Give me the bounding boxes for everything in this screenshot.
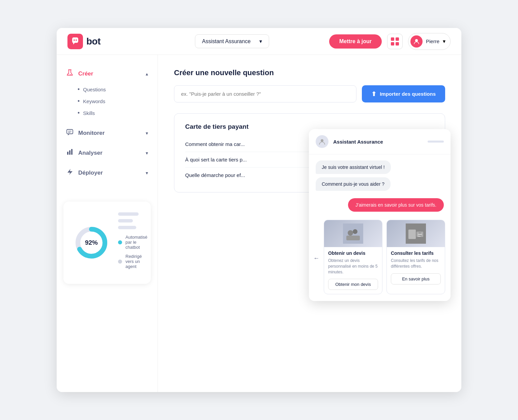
skeleton-lines <box>118 212 147 229</box>
svg-point-4 <box>69 73 69 74</box>
sidebar-section-analyser: Analyser ▾ <box>57 144 157 161</box>
sidebar-item-monitorer[interactable]: Monitorer ▾ <box>57 124 157 142</box>
sidebar-item-questions[interactable]: Questions <box>78 84 157 95</box>
legend-dot-agent <box>118 260 122 264</box>
header: bot Assistant Assurance ▾ Mettre à jour <box>57 28 461 55</box>
chat-body: Je suis votre assistant virtuel ! Commen… <box>309 154 451 212</box>
sidebar-subitem-label: Skills <box>83 110 95 116</box>
bolt-icon <box>66 168 74 177</box>
import-button[interactable]: ⬆ Importer des questions <box>362 85 445 102</box>
chat-bubble-text: Comment puis-je vous aider ? <box>316 177 391 191</box>
sidebar-label-creer: Créer <box>78 70 93 77</box>
chat-card-btn-1[interactable]: Obtenir mon devis <box>328 279 378 290</box>
svg-point-3 <box>415 39 418 42</box>
svg-rect-6 <box>67 129 73 134</box>
chat-avatar <box>316 135 328 148</box>
assistant-dropdown-label: Assistant Assurance <box>202 38 251 44</box>
sidebar-item-skills[interactable]: Skills <box>78 107 157 119</box>
chat-bubble-2: Comment puis-je vous aider ? <box>316 177 444 194</box>
sidebar-label-deployer: Déployer <box>78 170 103 176</box>
chat-card-desc: Obtenez un devis personnalisé en moins d… <box>328 258 378 275</box>
chat-card-body: Consulter les tarifs Consultez les tarif… <box>387 247 445 289</box>
chat-card-title: Consulter les tarifs <box>391 250 441 256</box>
import-button-label: Importer des questions <box>380 91 436 97</box>
chat-card-body: Obtenir un devis Obtenez un devis person… <box>324 247 382 294</box>
main-content: Créer une nouvelle question ⬆ Importer d… <box>158 55 461 392</box>
sidebar-subitem-label: Keywords <box>83 98 105 104</box>
chevron-down-icon: ▾ <box>146 130 148 136</box>
chat-card-btn-2[interactable]: En savoir plus <box>391 273 441 284</box>
flask-icon <box>66 69 74 78</box>
svg-point-2 <box>76 39 77 41</box>
chat-card-desc: Consultez les tarifs de nos différentes … <box>391 258 441 269</box>
svg-point-16 <box>348 230 353 236</box>
chat-card-title: Obtenir un devis <box>328 250 378 256</box>
svg-point-17 <box>353 229 357 234</box>
skeleton-line <box>118 212 139 216</box>
sidebar-item-keywords[interactable]: Keywords <box>78 95 157 107</box>
update-button[interactable]: Mettre à jour <box>329 34 382 49</box>
chat-bubble-1: Je suis votre assistant virtuel ! <box>316 160 444 177</box>
sidebar-header-left: Créer <box>66 69 93 78</box>
chat-user-bubble: J'aimerais en savoir plus sur vos tarifs… <box>316 198 444 212</box>
chevron-down-icon: ▾ <box>259 38 262 44</box>
legend-label-automated: Automatisé par le chatbot <box>125 235 147 250</box>
sidebar-label-analyser: Analyser <box>78 150 103 156</box>
chat-card-1: Obtenir un devis Obtenez un devis person… <box>324 220 382 294</box>
sidebar-header-left: Déployer <box>66 168 103 177</box>
chat-icon <box>66 128 74 138</box>
chevron-down-icon: ▾ <box>146 170 148 176</box>
svg-point-5 <box>70 74 71 75</box>
chat-header-line <box>428 141 444 143</box>
svg-rect-15 <box>343 223 363 244</box>
chat-cards: Obtenir un devis Obtenez un devis person… <box>321 216 448 301</box>
legend-item-automated: Automatisé par le chatbot <box>118 235 147 250</box>
logo-text: bot <box>86 36 100 47</box>
sidebar-subitem-label: Questions <box>83 87 106 92</box>
header-right: Mettre à jour Pierre ▾ <box>329 33 451 50</box>
chat-bubble-text: Je suis votre assistant virtuel ! <box>316 160 391 174</box>
sidebar-section-creer: Créer ▴ Questions Keywords Skills <box>57 65 157 122</box>
sidebar-item-analyser[interactable]: Analyser ▾ <box>57 144 157 161</box>
chevron-up-icon: ▴ <box>146 71 148 77</box>
chat-header-title: Assistant Assurance <box>333 139 423 145</box>
sidebar-item-creer[interactable]: Créer ▴ <box>57 65 157 82</box>
chat-cards-row: ← <box>309 216 451 301</box>
chevron-down-icon: ▾ <box>146 150 148 156</box>
legend-item-agent: Redirigé vers un agent <box>118 254 147 269</box>
legend-label-agent: Redirigé vers un agent <box>125 254 147 269</box>
card2-image <box>387 220 445 247</box>
user-chevron-icon: ▾ <box>443 38 445 44</box>
chat-header: Assistant Assurance <box>309 129 451 154</box>
create-question-bar: ⬆ Importer des questions <box>174 85 445 102</box>
svg-rect-23 <box>418 234 422 235</box>
svg-rect-20 <box>408 230 416 239</box>
assistant-dropdown[interactable]: Assistant Assurance ▾ <box>195 34 269 48</box>
user-name: Pierre <box>426 38 439 44</box>
left-arrow-icon[interactable]: ← <box>312 254 321 263</box>
grid-icon <box>391 37 399 46</box>
sidebar: Créer ▴ Questions Keywords Skills <box>57 55 158 392</box>
skeleton-line <box>118 219 133 222</box>
sidebar-label-monitorer: Monitorer <box>78 130 105 137</box>
grid-apps-button[interactable] <box>387 34 403 49</box>
avatar <box>410 35 423 48</box>
question-input[interactable] <box>174 85 356 102</box>
legend-dot-automated <box>118 240 122 244</box>
sidebar-item-deployer[interactable]: Déployer ▾ <box>57 164 157 181</box>
sidebar-header-left: Monitorer <box>66 128 105 138</box>
upload-icon: ⬆ <box>371 90 376 98</box>
sidebar-section-deployer: Déployer ▾ <box>57 164 157 181</box>
logo-area: bot <box>67 34 135 49</box>
main-layout: Créer ▴ Questions Keywords Skills <box>57 55 461 392</box>
user-dropdown[interactable]: Pierre ▾ <box>408 33 451 50</box>
svg-point-1 <box>74 39 75 41</box>
chat-card-2: Consulter les tarifs Consultez les tarif… <box>386 220 445 294</box>
card1-image <box>324 220 382 247</box>
sidebar-subitems-creer: Questions Keywords Skills <box>57 82 157 122</box>
header-center: Assistant Assurance ▾ <box>143 34 321 48</box>
chat-user-message[interactable]: J'aimerais en savoir plus sur vos tarifs… <box>348 198 444 212</box>
svg-rect-10 <box>69 150 70 155</box>
donut-label: 92% <box>85 239 98 246</box>
analytics-legend: Automatisé par le chatbot Redirigé vers … <box>118 212 147 273</box>
